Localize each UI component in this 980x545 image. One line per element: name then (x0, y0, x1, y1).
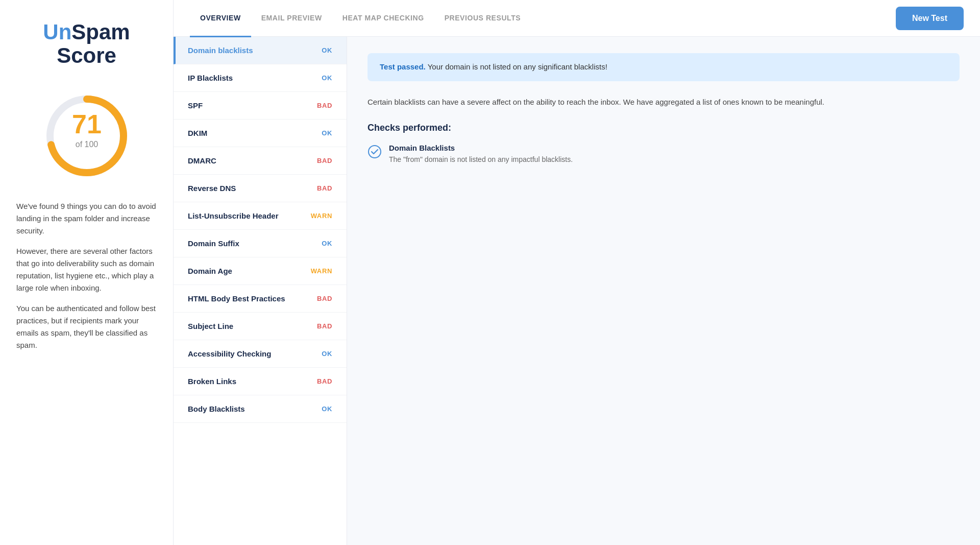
top-navigation: OVERVIEW EMAIL PREVIEW HEAT MAP CHECKING… (174, 0, 980, 37)
check-item-name-broken-links: Broken Links (188, 377, 236, 386)
check-item-name-spf: SPF (188, 101, 203, 110)
check-item-status-list-unsubscribe: WARN (311, 212, 332, 220)
check-item-status-domain-blacklists: OK (322, 46, 332, 54)
detail-panel: Test passed. Your domain is not listed o… (347, 37, 980, 545)
check-result-item-domain-blacklists-check: Domain BlacklistsThe "from" domain is no… (368, 144, 960, 165)
check-item-status-dkim: OK (322, 129, 332, 137)
detail-body-text: Certain blacklists can have a severe aff… (368, 96, 960, 109)
sidebar: UnSpam Score 71 of 100 We've found 9 thi… (0, 0, 174, 545)
checklist-item-dkim[interactable]: DKIMOK (174, 120, 347, 147)
check-item-status-ip-blacklists: OK (322, 74, 332, 82)
checklist-item-dmarc[interactable]: DMARCBAD (174, 147, 347, 175)
checklist-item-list-unsubscribe[interactable]: List-Unsubscribe HeaderWARN (174, 202, 347, 230)
passed-label: Test passed. (380, 62, 426, 71)
sidebar-desc-1: We've found 9 things you can do to avoid… (16, 200, 157, 237)
new-test-button[interactable]: New Test (896, 7, 964, 30)
sidebar-descriptions: We've found 9 things you can do to avoid… (16, 200, 157, 351)
sidebar-desc-2: However, there are several other factors… (16, 245, 157, 294)
check-result-name-domain-blacklists-check: Domain Blacklists (389, 144, 573, 152)
checklist-item-domain-blacklists[interactable]: Domain blacklistsOK (174, 37, 347, 64)
check-item-name-dkim: DKIM (188, 129, 207, 137)
checks-list: Domain BlacklistsThe "from" domain is no… (368, 144, 960, 165)
score-number: 71 (72, 109, 102, 139)
check-item-status-broken-links: BAD (317, 377, 332, 385)
check-item-status-accessibility: OK (322, 350, 332, 358)
svg-point-2 (369, 146, 381, 158)
banner-message: Your domain is not listed on any signifi… (426, 62, 607, 71)
check-item-name-domain-blacklists: Domain blacklists (188, 46, 253, 55)
check-item-status-html-body: BAD (317, 295, 332, 302)
check-result-desc-domain-blacklists-check: The "from" domain is not listed on any i… (389, 154, 573, 165)
check-item-name-subject-line: Subject Line (188, 322, 233, 330)
checklist-item-subject-line[interactable]: Subject LineBAD (174, 313, 347, 340)
content-area: Domain blacklistsOKIP BlacklistsOKSPFBAD… (174, 37, 980, 545)
tab-previous-results[interactable]: PREVIOUS RESULTS (434, 1, 531, 37)
logo-score: Score (16, 44, 157, 67)
check-item-status-spf: BAD (317, 102, 332, 109)
check-item-status-dmarc: BAD (317, 157, 332, 164)
check-result-content-domain-blacklists-check: Domain BlacklistsThe "from" domain is no… (389, 144, 573, 165)
checklist-item-accessibility[interactable]: Accessibility CheckingOK (174, 340, 347, 368)
check-item-name-html-body: HTML Body Best Practices (188, 294, 285, 303)
checkmark-icon (368, 145, 382, 159)
checklist-item-broken-links[interactable]: Broken LinksBAD (174, 368, 347, 395)
check-item-name-dmarc: DMARC (188, 156, 216, 165)
check-item-name-domain-suffix: Domain Suffix (188, 239, 239, 248)
result-banner: Test passed. Your domain is not listed o… (368, 53, 960, 81)
check-item-name-domain-age: Domain Age (188, 267, 232, 275)
check-item-name-body-blacklists: Body Blacklists (188, 405, 245, 413)
checklist-item-html-body[interactable]: HTML Body Best PracticesBAD (174, 285, 347, 313)
check-item-status-subject-line: BAD (317, 322, 332, 330)
checklist-item-body-blacklists[interactable]: Body BlacklistsOK (174, 395, 347, 423)
app-layout: UnSpam Score 71 of 100 We've found 9 thi… (0, 0, 980, 545)
score-circle-wrapper: 71 of 100 (16, 90, 157, 182)
check-item-status-domain-suffix: OK (322, 240, 332, 247)
checks-performed-title: Checks performed: (368, 123, 960, 133)
main-content: OVERVIEW EMAIL PREVIEW HEAT MAP CHECKING… (174, 0, 980, 545)
tab-email-preview[interactable]: EMAIL PREVIEW (251, 1, 332, 37)
check-item-status-domain-age: WARN (311, 267, 332, 275)
check-item-name-accessibility: Accessibility Checking (188, 349, 271, 358)
check-item-name-list-unsubscribe: List-Unsubscribe Header (188, 211, 279, 220)
check-item-status-reverse-dns: BAD (317, 184, 332, 192)
score-circle-svg: 71 of 100 (41, 90, 133, 182)
tab-heat-map[interactable]: HEAT MAP CHECKING (332, 1, 434, 37)
tab-overview[interactable]: OVERVIEW (190, 1, 251, 37)
logo-spam: Spam (71, 20, 130, 44)
check-item-name-reverse-dns: Reverse DNS (188, 184, 236, 193)
checklist-item-domain-suffix[interactable]: Domain SuffixOK (174, 230, 347, 257)
logo-un: Un (43, 20, 71, 44)
logo: UnSpam Score (16, 20, 157, 67)
nav-tabs: OVERVIEW EMAIL PREVIEW HEAT MAP CHECKING… (190, 0, 896, 37)
checklist-panel: Domain blacklistsOKIP BlacklistsOKSPFBAD… (174, 37, 347, 545)
checklist-item-ip-blacklists[interactable]: IP BlacklistsOK (174, 64, 347, 92)
check-item-name-ip-blacklists: IP Blacklists (188, 74, 233, 82)
sidebar-desc-3: You can be authenticated and follow best… (16, 302, 157, 351)
check-item-status-body-blacklists: OK (322, 405, 332, 413)
checklist-item-reverse-dns[interactable]: Reverse DNSBAD (174, 175, 347, 202)
checklist-item-domain-age[interactable]: Domain AgeWARN (174, 257, 347, 285)
score-of: of 100 (75, 140, 98, 149)
checklist-item-spf[interactable]: SPFBAD (174, 92, 347, 120)
logo-area: UnSpam Score (16, 20, 157, 72)
